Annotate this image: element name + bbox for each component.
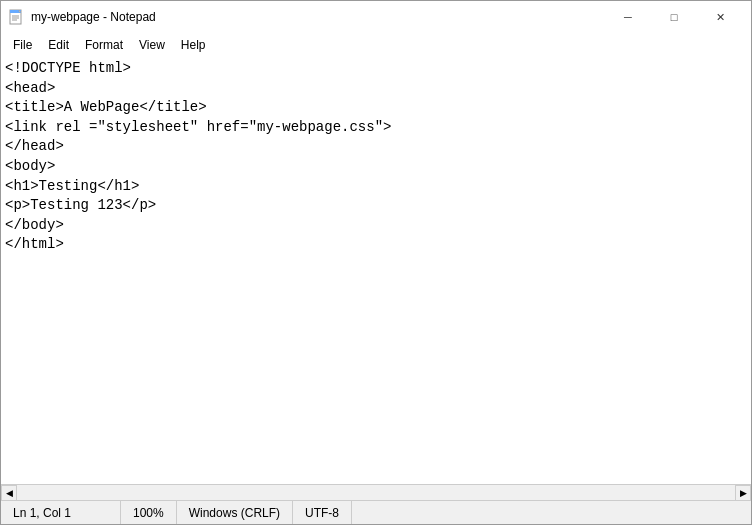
scroll-left-button[interactable]: ◀	[1, 485, 17, 501]
title-bar: my-webpage - Notepad ─ □ ✕	[1, 1, 751, 33]
app-icon	[9, 9, 25, 25]
menu-bar: File Edit Format View Help	[1, 33, 751, 57]
zoom-level: 100%	[121, 501, 177, 524]
editor-container	[1, 57, 751, 484]
window-controls: ─ □ ✕	[605, 1, 743, 33]
maximize-button[interactable]: □	[651, 1, 697, 33]
scroll-track[interactable]	[17, 485, 735, 500]
notepad-window: my-webpage - Notepad ─ □ ✕ File Edit For…	[0, 0, 752, 525]
menu-view[interactable]: View	[131, 34, 173, 56]
status-bar: Ln 1, Col 1 100% Windows (CRLF) UTF-8	[1, 500, 751, 524]
menu-format[interactable]: Format	[77, 34, 131, 56]
horizontal-scrollbar[interactable]: ◀ ▶	[1, 484, 751, 500]
cursor-position: Ln 1, Col 1	[1, 501, 121, 524]
window-title: my-webpage - Notepad	[31, 10, 605, 24]
close-button[interactable]: ✕	[697, 1, 743, 33]
minimize-button[interactable]: ─	[605, 1, 651, 33]
menu-edit[interactable]: Edit	[40, 34, 77, 56]
scroll-right-button[interactable]: ▶	[735, 485, 751, 501]
menu-help[interactable]: Help	[173, 34, 214, 56]
encoding: UTF-8	[293, 501, 352, 524]
text-editor[interactable]	[1, 57, 751, 484]
menu-file[interactable]: File	[5, 34, 40, 56]
line-ending: Windows (CRLF)	[177, 501, 293, 524]
